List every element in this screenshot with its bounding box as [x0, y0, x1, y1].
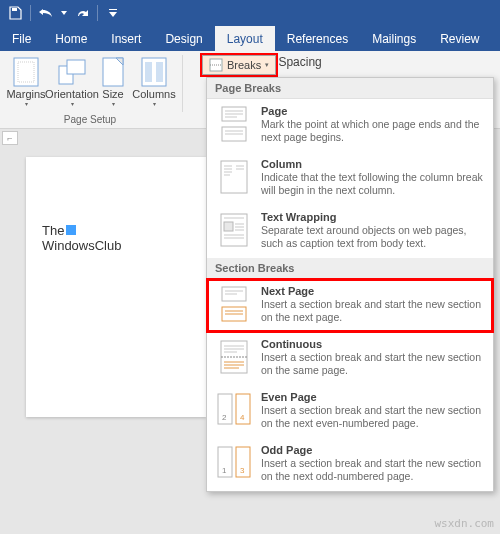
- quick-access-toolbar: [0, 0, 500, 26]
- size-icon: [102, 56, 124, 88]
- separator: [30, 5, 31, 21]
- menu-item-continuous[interactable]: ContinuousInsert a section break and sta…: [207, 332, 493, 385]
- even-page-icon: 24: [217, 391, 251, 429]
- svg-rect-4: [67, 60, 85, 74]
- menu-item-odd-page[interactable]: 13 Odd PageInsert a section break and st…: [207, 438, 493, 491]
- svg-rect-8: [156, 62, 163, 82]
- menu-item-text-wrapping[interactable]: Text WrappingSeparate text around object…: [207, 205, 493, 258]
- columns-button[interactable]: Columns▾: [132, 54, 176, 109]
- margins-button[interactable]: Margins▾: [4, 54, 48, 109]
- chevron-down-icon: ▾: [153, 100, 156, 107]
- breaks-icon: [209, 58, 223, 72]
- odd-page-icon: 13: [217, 444, 251, 482]
- tab-file[interactable]: File: [0, 26, 43, 51]
- separator: [97, 5, 98, 21]
- menu-header-section-breaks: Section Breaks: [207, 258, 493, 279]
- orientation-button[interactable]: Orientation▾: [50, 54, 94, 109]
- margins-icon: [13, 56, 39, 88]
- svg-rect-25: [224, 222, 233, 231]
- highlight-breaks: Breaks ▾: [200, 53, 278, 77]
- ruler-corner[interactable]: ⌐: [2, 131, 18, 145]
- size-button[interactable]: Size▾: [96, 54, 130, 109]
- chevron-down-icon: ▾: [265, 61, 269, 69]
- svg-text:1: 1: [222, 466, 227, 475]
- menu-item-even-page[interactable]: 24 Even PageInsert a section break and s…: [207, 385, 493, 438]
- save-icon[interactable]: [4, 2, 26, 24]
- tab-home[interactable]: Home: [43, 26, 99, 51]
- column-break-icon: [217, 158, 251, 196]
- svg-text:3: 3: [240, 466, 245, 475]
- brand-text: The WindowsClub: [42, 223, 190, 253]
- document-area: ⌐ The WindowsClub Page Breaks PageMark t…: [0, 129, 500, 534]
- next-page-icon: [217, 285, 251, 323]
- breaks-button[interactable]: Breaks ▾: [202, 55, 276, 75]
- orientation-icon: [57, 56, 87, 88]
- customize-qat-icon[interactable]: [102, 2, 124, 24]
- continuous-icon: [217, 338, 251, 376]
- menu-item-page[interactable]: PageMark the point at which one page end…: [207, 99, 493, 152]
- breaks-dropdown-menu: Page Breaks PageMark the point at which …: [206, 77, 494, 492]
- ribbon-tabstrip: File Home Insert Design Layout Reference…: [0, 26, 500, 51]
- tab-references[interactable]: References: [275, 26, 360, 51]
- chevron-down-icon: ▾: [112, 100, 115, 107]
- document-page[interactable]: The WindowsClub: [26, 157, 206, 417]
- menu-item-next-page[interactable]: Next PageInsert a section break and star…: [207, 279, 493, 332]
- svg-text:4: 4: [240, 413, 245, 422]
- page-break-icon: [217, 105, 251, 143]
- svg-rect-0: [12, 8, 17, 11]
- chevron-down-icon: ▾: [71, 100, 74, 107]
- svg-rect-7: [145, 62, 152, 82]
- redo-icon[interactable]: [71, 2, 93, 24]
- group-separator: [182, 55, 183, 112]
- tab-design[interactable]: Design: [153, 26, 214, 51]
- tab-review[interactable]: Review: [428, 26, 491, 51]
- undo-dropdown-icon[interactable]: [59, 2, 69, 24]
- menu-header-page-breaks: Page Breaks: [207, 78, 493, 99]
- tab-layout[interactable]: Layout: [215, 26, 275, 51]
- logo-square-icon: [66, 225, 76, 235]
- tab-mailings[interactable]: Mailings: [360, 26, 428, 51]
- group-page-setup: Margins▾ Orientation▾ Size▾ Columns▾ Pag…: [0, 51, 180, 128]
- group-label-page-setup: Page Setup: [4, 113, 176, 127]
- menu-item-column[interactable]: ColumnIndicate that the text following t…: [207, 152, 493, 205]
- text-wrapping-icon: [217, 211, 251, 249]
- undo-icon[interactable]: [35, 2, 57, 24]
- columns-icon: [141, 56, 167, 88]
- svg-text:2: 2: [222, 413, 227, 422]
- tab-insert[interactable]: Insert: [99, 26, 153, 51]
- watermark: wsxdn.com: [434, 517, 494, 530]
- chevron-down-icon: ▾: [25, 100, 28, 107]
